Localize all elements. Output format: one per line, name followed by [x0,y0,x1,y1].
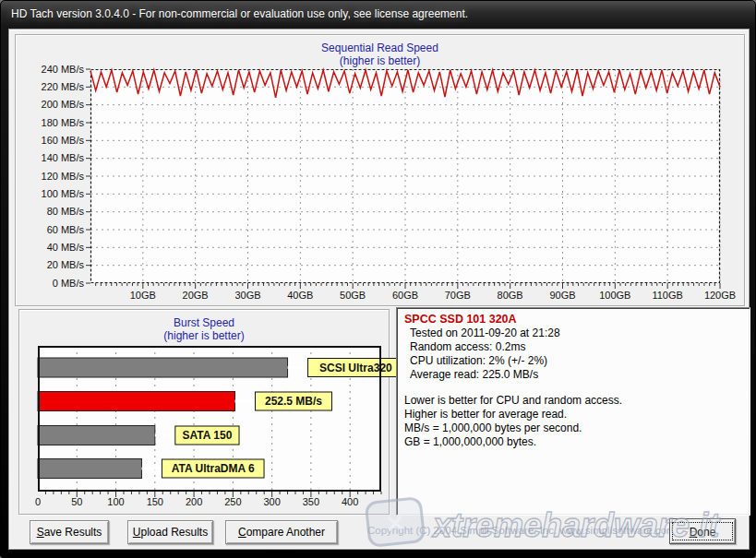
seq-y-tick-label: 0 MB/s [18,278,84,290]
seq-x-tick-label: 30GB [222,290,274,301]
info-note-line: Higher is better for average read. [404,408,742,421]
info-note-line: GB = 1,000,000,000 bytes. [404,435,742,449]
info-note-line: Lower is better for CPU and random acces… [404,394,742,408]
hdtach-window: HD Tach version 3.0.4.0 - For non-commer… [0,0,756,558]
seq-x-tick-label: 40GB [274,290,326,301]
seq-y-tick-label: 200 MB/s [18,99,84,111]
info-note-line: MB/s = 1,000,000 bytes per second. [404,421,742,435]
done-button[interactable]: Done [669,518,736,544]
seq-y-tick-label: 40 MB/s [18,242,84,254]
sequential-chart-subtitle: (higher is better) [16,54,744,67]
seq-y-tick-label: 140 MB/s [18,152,84,164]
info-spacer [404,382,742,394]
seq-y-tick-label: 20 MB/s [18,259,84,271]
seq-x-tick-label: 20GB [170,290,222,301]
seq-x-tick-label: 10GB [117,290,169,301]
upload-results-button[interactable]: Upload Results [127,520,213,544]
burst-speed-chart-panel: Burst Speed (higher is better) SCSI Ultr… [18,309,390,515]
done-focus-rect: Done [672,522,733,540]
save-results-button[interactable]: Save Results [30,520,109,544]
seq-x-tick-label: 60GB [379,290,431,301]
burst-x-tick-label: 50 [58,496,95,507]
burst-bar-label: ATA UltraDMA 6 [172,462,255,475]
seq-x-tick-label: 80GB [485,290,536,301]
seq-y-tick-label: 120 MB/s [18,171,84,183]
sequential-line-chart [90,69,720,283]
drive-info-line: Random access: 0.2ms [404,340,742,354]
drive-info-panel: SPCC SSD 101 320A Tested on 2011-09-20 a… [396,307,750,516]
burst-plot-area: SCSI Ultra320252.5 MB/sSATA 150ATA Ultra… [38,346,381,492]
sequential-read-chart-panel: Sequential Read Speed (higher is better)… [15,34,745,306]
seq-x-tick-label: 50GB [327,290,378,301]
done-label: one [697,526,715,539]
info-notes: Lower is better for CPU and random acces… [404,394,742,449]
sequential-chart-title: Sequential Read Speed [16,42,744,54]
burst-chart-title: Burst Speed [19,316,389,329]
seq-y-tick-label: 180 MB/s [18,117,84,129]
seq-y-tick-label: 220 MB/s [18,81,84,93]
save-label: ave Results [44,526,102,539]
seq-x-tick-label: 90GB [537,290,589,301]
burst-bar-label: 252.5 MB/s [265,395,322,408]
compare-another-drive-button[interactable]: Compare Another Drive [225,520,338,544]
drive-info-line: Tested on 2011-09-20 at 21:28 [404,326,742,340]
copyright-text: Copyright (C) 2004 Simpli Software, Inc.… [367,525,672,536]
seq-y-tick-label: 160 MB/s [18,135,84,147]
drive-name: SPCC SSD 101 320A [404,312,742,326]
titlebar: HD Tach version 3.0.4.0 - For non-commer… [1,1,755,29]
done-accesskey: D [690,526,698,539]
seq-x-tick-label: 100GB [589,290,641,301]
burst-x-tick-label: 200 [175,496,212,507]
drive-test-results: Tested on 2011-09-20 at 21:28Random acce… [404,326,742,382]
burst-x-tick-label: 250 [214,496,251,507]
seq-y-tick-label: 80 MB/s [18,206,84,218]
seq-y-tick-label: 240 MB/s [18,64,84,76]
burst-x-tick-label: 150 [137,496,174,507]
compare-label: ompare Another Drive [246,526,325,558]
seq-x-tick-label: 120GB [694,290,746,301]
seq-y-tick-label: 60 MB/s [18,224,84,236]
burst-x-tick-label: 400 [331,496,368,507]
compare-accesskey: C [238,526,246,539]
burst-x-tick-label: 300 [254,496,291,507]
burst-x-tick-label: 100 [98,496,135,507]
seq-x-tick-label: 70GB [432,290,484,301]
burst-x-tick-label: 0 [19,496,56,507]
seq-x-tick-label: 110GB [642,290,693,301]
upload-label: pload Results [140,526,208,539]
seq-y-tick-label: 100 MB/s [18,188,84,200]
burst-bar-chart: SCSI Ultra320252.5 MB/sSATA 150ATA Ultra… [38,346,381,492]
window-title: HD Tach version 3.0.4.0 - For non-commer… [11,1,468,28]
burst-x-tick-label: 350 [293,496,330,507]
main-content: Sequential Read Speed (higher is better)… [8,29,750,550]
save-accesskey: S [37,526,44,539]
burst-bar-label: SCSI Ultra320 [319,362,392,374]
drive-info-line: Average read: 225.0 MB/s [404,368,742,382]
burst-chart-subtitle: (higher is better) [19,329,389,342]
burst-bar-label: SATA 150 [183,429,233,442]
sequential-plot-area [90,69,720,283]
drive-info-line: CPU utilization: 2% (+/- 2%) [404,354,742,368]
